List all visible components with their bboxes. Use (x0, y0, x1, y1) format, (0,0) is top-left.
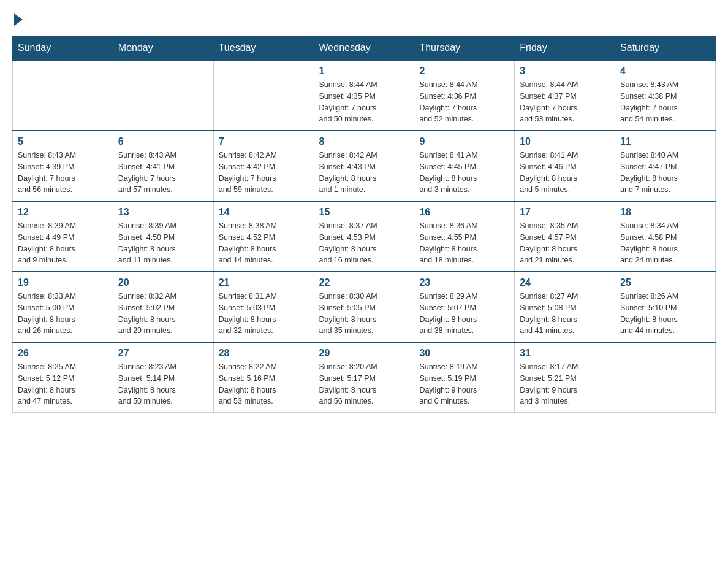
day-info: Sunrise: 8:41 AM Sunset: 4:45 PM Dayligh… (419, 150, 509, 196)
day-info: Sunrise: 8:25 AM Sunset: 5:12 PM Dayligh… (18, 361, 108, 407)
day-info: Sunrise: 8:36 AM Sunset: 4:55 PM Dayligh… (419, 220, 509, 266)
day-info: Sunrise: 8:44 AM Sunset: 4:37 PM Dayligh… (520, 79, 610, 125)
day-info: Sunrise: 8:43 AM Sunset: 4:41 PM Dayligh… (118, 150, 208, 196)
calendar-cell: 3Sunrise: 8:44 AM Sunset: 4:37 PM Daylig… (515, 60, 615, 131)
day-info: Sunrise: 8:37 AM Sunset: 4:53 PM Dayligh… (319, 220, 409, 266)
calendar-cell: 6Sunrise: 8:43 AM Sunset: 4:41 PM Daylig… (113, 131, 213, 201)
calendar-cell: 27Sunrise: 8:23 AM Sunset: 5:14 PM Dayli… (113, 342, 213, 413)
calendar-cell (213, 60, 314, 131)
day-number: 10 (520, 136, 610, 147)
day-info: Sunrise: 8:17 AM Sunset: 5:21 PM Dayligh… (520, 361, 610, 407)
calendar-cell: 25Sunrise: 8:26 AM Sunset: 5:10 PM Dayli… (615, 272, 716, 342)
calendar-cell (113, 60, 213, 131)
day-info: Sunrise: 8:27 AM Sunset: 5:08 PM Dayligh… (520, 291, 610, 337)
day-number: 16 (419, 207, 509, 218)
day-info: Sunrise: 8:34 AM Sunset: 4:58 PM Dayligh… (620, 220, 710, 266)
calendar-cell: 7Sunrise: 8:42 AM Sunset: 4:42 PM Daylig… (213, 131, 314, 201)
day-number: 26 (18, 348, 108, 359)
calendar-cell: 19Sunrise: 8:33 AM Sunset: 5:00 PM Dayli… (13, 272, 113, 342)
calendar-header-row: SundayMondayTuesdayWednesdayThursdayFrid… (13, 36, 716, 61)
day-info: Sunrise: 8:30 AM Sunset: 5:05 PM Dayligh… (319, 291, 409, 337)
calendar-header-sunday: Sunday (13, 36, 113, 61)
day-info: Sunrise: 8:19 AM Sunset: 5:19 PM Dayligh… (419, 361, 509, 407)
calendar-cell (615, 342, 716, 413)
calendar-cell: 12Sunrise: 8:39 AM Sunset: 4:49 PM Dayli… (13, 201, 113, 272)
logo-arrow-icon (14, 13, 23, 26)
calendar-cell: 10Sunrise: 8:41 AM Sunset: 4:46 PM Dayli… (515, 131, 615, 201)
day-number: 21 (219, 277, 309, 288)
day-info: Sunrise: 8:33 AM Sunset: 5:00 PM Dayligh… (18, 291, 108, 337)
day-info: Sunrise: 8:20 AM Sunset: 5:17 PM Dayligh… (319, 361, 409, 407)
day-number: 28 (219, 348, 309, 359)
calendar-week-row: 12Sunrise: 8:39 AM Sunset: 4:49 PM Dayli… (13, 201, 716, 272)
calendar-header-thursday: Thursday (414, 36, 515, 61)
calendar-cell: 31Sunrise: 8:17 AM Sunset: 5:21 PM Dayli… (515, 342, 615, 413)
calendar-header-monday: Monday (113, 36, 213, 61)
day-number: 17 (520, 207, 610, 218)
calendar-cell: 1Sunrise: 8:44 AM Sunset: 4:35 PM Daylig… (314, 60, 414, 131)
calendar-cell: 29Sunrise: 8:20 AM Sunset: 5:17 PM Dayli… (314, 342, 414, 413)
day-number: 12 (18, 207, 108, 218)
calendar-cell: 21Sunrise: 8:31 AM Sunset: 5:03 PM Dayli… (213, 272, 314, 342)
calendar-cell: 30Sunrise: 8:19 AM Sunset: 5:19 PM Dayli… (414, 342, 515, 413)
logo (12, 12, 23, 23)
calendar-cell: 2Sunrise: 8:44 AM Sunset: 4:36 PM Daylig… (414, 60, 515, 131)
day-info: Sunrise: 8:44 AM Sunset: 4:36 PM Dayligh… (419, 79, 509, 125)
day-info: Sunrise: 8:42 AM Sunset: 4:43 PM Dayligh… (319, 150, 409, 196)
day-number: 14 (219, 207, 309, 218)
day-number: 31 (520, 348, 610, 359)
day-number: 1 (319, 66, 409, 77)
calendar-cell: 23Sunrise: 8:29 AM Sunset: 5:07 PM Dayli… (414, 272, 515, 342)
day-info: Sunrise: 8:26 AM Sunset: 5:10 PM Dayligh… (620, 291, 710, 337)
calendar-cell: 5Sunrise: 8:43 AM Sunset: 4:39 PM Daylig… (13, 131, 113, 201)
day-info: Sunrise: 8:42 AM Sunset: 4:42 PM Dayligh… (219, 150, 309, 196)
calendar-cell: 14Sunrise: 8:38 AM Sunset: 4:52 PM Dayli… (213, 201, 314, 272)
day-info: Sunrise: 8:43 AM Sunset: 4:39 PM Dayligh… (18, 150, 108, 196)
day-info: Sunrise: 8:35 AM Sunset: 4:57 PM Dayligh… (520, 220, 610, 266)
day-info: Sunrise: 8:29 AM Sunset: 5:07 PM Dayligh… (419, 291, 509, 337)
calendar-header-friday: Friday (515, 36, 615, 61)
day-number: 11 (620, 136, 710, 147)
day-number: 13 (118, 207, 208, 218)
day-number: 8 (319, 136, 409, 147)
calendar-header-saturday: Saturday (615, 36, 716, 61)
calendar-table: SundayMondayTuesdayWednesdayThursdayFrid… (12, 36, 716, 413)
calendar-cell: 18Sunrise: 8:34 AM Sunset: 4:58 PM Dayli… (615, 201, 716, 272)
day-info: Sunrise: 8:32 AM Sunset: 5:02 PM Dayligh… (118, 291, 208, 337)
calendar-cell: 20Sunrise: 8:32 AM Sunset: 5:02 PM Dayli… (113, 272, 213, 342)
day-number: 3 (520, 66, 610, 77)
calendar-cell: 11Sunrise: 8:40 AM Sunset: 4:47 PM Dayli… (615, 131, 716, 201)
calendar-cell: 22Sunrise: 8:30 AM Sunset: 5:05 PM Dayli… (314, 272, 414, 342)
page-header (12, 12, 716, 23)
day-info: Sunrise: 8:41 AM Sunset: 4:46 PM Dayligh… (520, 150, 610, 196)
calendar-week-row: 5Sunrise: 8:43 AM Sunset: 4:39 PM Daylig… (13, 131, 716, 201)
calendar-week-row: 26Sunrise: 8:25 AM Sunset: 5:12 PM Dayli… (13, 342, 716, 413)
calendar-cell: 4Sunrise: 8:43 AM Sunset: 4:38 PM Daylig… (615, 60, 716, 131)
day-info: Sunrise: 8:40 AM Sunset: 4:47 PM Dayligh… (620, 150, 710, 196)
day-number: 6 (118, 136, 208, 147)
day-info: Sunrise: 8:31 AM Sunset: 5:03 PM Dayligh… (219, 291, 309, 337)
calendar-header-wednesday: Wednesday (314, 36, 414, 61)
day-info: Sunrise: 8:39 AM Sunset: 4:49 PM Dayligh… (18, 220, 108, 266)
day-number: 27 (118, 348, 208, 359)
calendar-cell: 16Sunrise: 8:36 AM Sunset: 4:55 PM Dayli… (414, 201, 515, 272)
day-number: 24 (520, 277, 610, 288)
day-number: 22 (319, 277, 409, 288)
calendar-header-tuesday: Tuesday (213, 36, 314, 61)
day-number: 18 (620, 207, 710, 218)
calendar-cell: 13Sunrise: 8:39 AM Sunset: 4:50 PM Dayli… (113, 201, 213, 272)
day-number: 25 (620, 277, 710, 288)
calendar-week-row: 1Sunrise: 8:44 AM Sunset: 4:35 PM Daylig… (13, 60, 716, 131)
day-number: 29 (319, 348, 409, 359)
day-number: 5 (18, 136, 108, 147)
day-number: 23 (419, 277, 509, 288)
day-number: 2 (419, 66, 509, 77)
day-number: 30 (419, 348, 509, 359)
day-number: 4 (620, 66, 710, 77)
calendar-week-row: 19Sunrise: 8:33 AM Sunset: 5:00 PM Dayli… (13, 272, 716, 342)
day-info: Sunrise: 8:23 AM Sunset: 5:14 PM Dayligh… (118, 361, 208, 407)
day-number: 9 (419, 136, 509, 147)
calendar-cell: 26Sunrise: 8:25 AM Sunset: 5:12 PM Dayli… (13, 342, 113, 413)
day-info: Sunrise: 8:38 AM Sunset: 4:52 PM Dayligh… (219, 220, 309, 266)
calendar-cell: 24Sunrise: 8:27 AM Sunset: 5:08 PM Dayli… (515, 272, 615, 342)
